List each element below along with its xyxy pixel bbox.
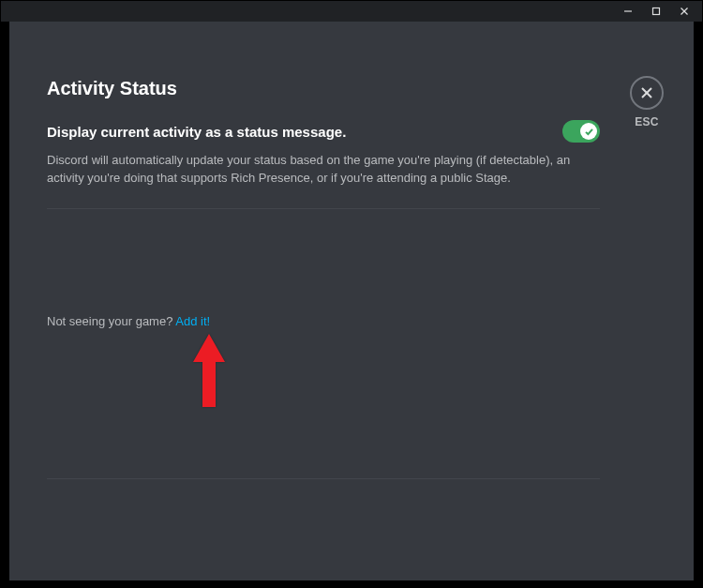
divider [47,208,600,209]
close-settings-button[interactable]: ESC [630,76,664,128]
close-icon [630,76,664,110]
activity-status-toggle-row: Display current activity as a status mes… [47,120,600,143]
window-frame: ESC Activity Status Display current acti… [0,0,703,588]
window-close-button[interactable] [672,1,696,22]
activity-status-toggle-label: Display current activity as a status mes… [47,124,346,140]
add-game-prompt: Not seeing your game? Add it! [47,314,600,328]
activity-status-description: Discord will automatically update your s… [47,152,581,188]
divider [47,478,600,479]
toggle-thumb [580,123,597,140]
page-title: Activity Status [47,78,600,99]
maximize-button[interactable] [644,1,668,22]
activity-status-toggle[interactable] [562,120,600,143]
svg-rect-1 [653,8,660,15]
minimize-button[interactable] [616,1,640,22]
add-game-link[interactable]: Add it! [175,314,210,328]
settings-panel: ESC Activity Status Display current acti… [9,22,694,580]
esc-label: ESC [635,115,659,128]
titlebar [1,1,702,22]
add-game-prompt-text: Not seeing your game? [47,314,175,328]
